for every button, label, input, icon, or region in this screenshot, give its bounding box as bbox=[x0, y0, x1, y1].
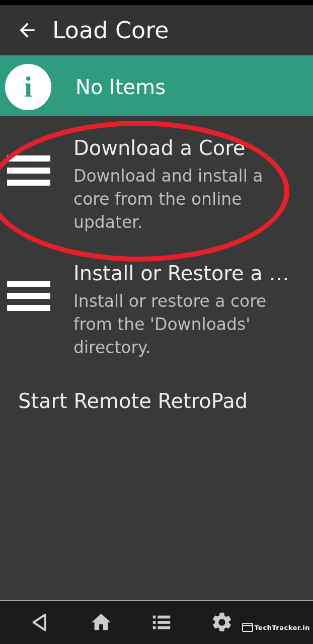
item-title: Download a Core bbox=[73, 136, 295, 159]
svg-rect-2 bbox=[153, 621, 156, 624]
watermark-text: TechTracker.in bbox=[254, 624, 310, 631]
menu-lines-icon bbox=[7, 155, 52, 186]
bottom-navigation: TechTracker.in bbox=[0, 601, 313, 644]
svg-rect-4 bbox=[153, 626, 156, 629]
app-header: Load Core bbox=[0, 5, 313, 55]
home-icon bbox=[90, 611, 113, 634]
gear-icon bbox=[210, 611, 233, 634]
item-description: Install or restore a core from the 'Down… bbox=[73, 290, 295, 360]
menu-item-download-core[interactable]: Download a Core Download and install a c… bbox=[0, 116, 313, 250]
item-title: Install or Restore a Core bbox=[73, 262, 295, 285]
menu-item-install-restore-core[interactable]: Install or Restore a Core Install or res… bbox=[0, 250, 313, 375]
main-content: Download a Core Download and install a c… bbox=[0, 116, 313, 601]
nav-settings-button[interactable] bbox=[209, 610, 234, 635]
list-icon bbox=[150, 611, 173, 634]
nav-home-button[interactable] bbox=[89, 610, 114, 635]
menu-lines-icon bbox=[7, 281, 52, 311]
page-title: Load Core bbox=[52, 17, 169, 44]
status-bar bbox=[0, 0, 313, 5]
arrow-left-icon bbox=[16, 19, 38, 41]
info-icon: i bbox=[5, 64, 51, 110]
svg-rect-5 bbox=[158, 626, 170, 629]
window-icon bbox=[242, 623, 253, 632]
back-button[interactable] bbox=[12, 15, 42, 45]
svg-rect-0 bbox=[153, 616, 156, 619]
menu-item-start-remote-retropad[interactable]: Start Remote RetroPad bbox=[0, 374, 313, 423]
triangle-back-icon bbox=[29, 611, 52, 634]
nav-back-button[interactable] bbox=[28, 610, 53, 635]
svg-rect-3 bbox=[158, 621, 170, 624]
watermark: TechTracker.in bbox=[242, 623, 310, 632]
banner-text: No Items bbox=[75, 75, 166, 99]
no-items-banner: i No Items bbox=[0, 55, 313, 116]
nav-list-button[interactable] bbox=[149, 610, 174, 635]
item-description: Download and install a core from the onl… bbox=[73, 165, 295, 234]
svg-rect-1 bbox=[158, 616, 170, 619]
svg-rect-6 bbox=[243, 623, 253, 631]
